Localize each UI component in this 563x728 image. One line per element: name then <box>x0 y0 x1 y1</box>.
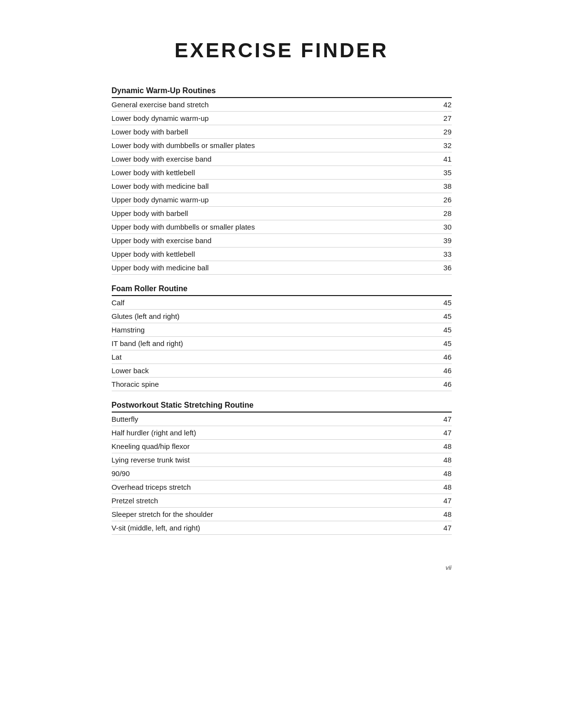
entry-page-number: 45 <box>432 339 452 347</box>
list-item: Sleeper stretch for the shoulder48 <box>112 508 452 521</box>
list-item: Lower body with barbell29 <box>112 125 452 139</box>
entry-page-number: 27 <box>432 114 452 122</box>
list-item: Lower body with dumbbells or smaller pla… <box>112 139 452 152</box>
entry-name: Lying reverse trunk twist <box>112 456 432 464</box>
entry-name: Lower body with dumbbells or smaller pla… <box>112 141 432 149</box>
entry-name: Lower body with kettlebell <box>112 168 432 177</box>
entry-page-number: 48 <box>432 510 452 518</box>
entry-name: Upper body with dumbbells or smaller pla… <box>112 223 432 231</box>
list-item: Upper body with exercise band39 <box>112 234 452 248</box>
list-item: Lower body with kettlebell35 <box>112 166 452 180</box>
list-item: 90/9048 <box>112 467 452 480</box>
list-item: Calf45 <box>112 296 452 310</box>
section-header-foam-roller: Foam Roller Routine <box>112 284 452 296</box>
entry-page-number: 45 <box>432 312 452 320</box>
list-item: Lower body with medicine ball38 <box>112 180 452 193</box>
entry-name: Upper body with medicine ball <box>112 264 432 272</box>
entry-name: Overhead triceps stretch <box>112 483 432 491</box>
entry-page-number: 35 <box>432 168 452 177</box>
entry-name: Calf <box>112 298 432 307</box>
list-item: Glutes (left and right)45 <box>112 310 452 323</box>
list-item: IT band (left and right)45 <box>112 337 452 350</box>
entry-page-number: 48 <box>432 469 452 478</box>
section-dynamic-warmup: Dynamic Warm-Up RoutinesGeneral exercise… <box>112 86 452 275</box>
entry-name: Upper body with exercise band <box>112 236 432 245</box>
list-item: Hamstring45 <box>112 323 452 337</box>
entry-page-number: 47 <box>432 496 452 505</box>
entry-name: Lower body with barbell <box>112 128 432 136</box>
entry-name: Lower body dynamic warm-up <box>112 114 432 122</box>
entry-page-number: 48 <box>432 456 452 464</box>
entry-page-number: 26 <box>432 196 452 204</box>
list-item: Half hurdler (right and left)47 <box>112 426 452 440</box>
entry-page-number: 47 <box>432 429 452 437</box>
entry-name: Lat <box>112 353 432 361</box>
list-item: Upper body with dumbbells or smaller pla… <box>112 220 452 234</box>
entry-name: Upper body with barbell <box>112 209 432 217</box>
entry-page-number: 29 <box>432 128 452 136</box>
entry-name: V-sit (middle, left, and right) <box>112 524 432 532</box>
section-postworkout-stretch: Postworkout Static Stretching RoutineBut… <box>112 401 452 535</box>
list-item: General exercise band stretch42 <box>112 98 452 112</box>
entry-page-number: 46 <box>432 366 452 375</box>
entry-name: Lower back <box>112 366 432 375</box>
list-item: Lower body dynamic warm-up27 <box>112 112 452 125</box>
entry-name: Pretzel stretch <box>112 496 432 505</box>
sections-container: Dynamic Warm-Up RoutinesGeneral exercise… <box>112 86 452 535</box>
list-item: Thoracic spine46 <box>112 378 452 391</box>
entry-page-number: 47 <box>432 524 452 532</box>
list-item: Butterfly47 <box>112 413 452 426</box>
list-item: Upper body with barbell28 <box>112 207 452 220</box>
entry-name: Upper body dynamic warm-up <box>112 196 432 204</box>
entry-page-number: 42 <box>432 100 452 109</box>
page-container: EXERCISE FINDER Dynamic Warm-Up Routines… <box>112 39 452 571</box>
entry-name: Butterfly <box>112 415 432 423</box>
entry-page-number: 48 <box>432 442 452 450</box>
entry-page-number: 46 <box>432 380 452 388</box>
entry-name: IT band (left and right) <box>112 339 432 347</box>
entry-page-number: 28 <box>432 209 452 217</box>
page-title: EXERCISE FINDER <box>112 39 452 62</box>
list-item: Lower body with exercise band41 <box>112 152 452 166</box>
section-foam-roller: Foam Roller RoutineCalf45Glutes (left an… <box>112 284 452 391</box>
section-header-postworkout-stretch: Postworkout Static Stretching Routine <box>112 401 452 413</box>
list-item: Lying reverse trunk twist48 <box>112 453 452 467</box>
entry-name: Thoracic spine <box>112 380 432 388</box>
list-item: Kneeling quad/hip flexor48 <box>112 440 452 453</box>
list-item: Overhead triceps stretch48 <box>112 480 452 494</box>
entry-page-number: 39 <box>432 236 452 245</box>
entry-page-number: 48 <box>432 483 452 491</box>
entry-name: Sleeper stretch for the shoulder <box>112 510 432 518</box>
list-item: Lower back46 <box>112 364 452 378</box>
entry-name: 90/90 <box>112 469 432 478</box>
list-item: Upper body with medicine ball36 <box>112 261 452 275</box>
entry-name: General exercise band stretch <box>112 100 432 109</box>
entry-name: Glutes (left and right) <box>112 312 432 320</box>
entry-page-number: 45 <box>432 326 452 334</box>
entry-page-number: 41 <box>432 155 452 163</box>
entry-page-number: 30 <box>432 223 452 231</box>
entry-name: Lower body with exercise band <box>112 155 432 163</box>
footer-page-number: vii <box>112 564 452 571</box>
list-item: Lat46 <box>112 350 452 364</box>
list-item: Pretzel stretch47 <box>112 494 452 508</box>
list-item: Upper body dynamic warm-up26 <box>112 193 452 207</box>
entry-name: Hamstring <box>112 326 432 334</box>
entry-name: Lower body with medicine ball <box>112 182 432 190</box>
entry-page-number: 38 <box>432 182 452 190</box>
entry-page-number: 32 <box>432 141 452 149</box>
entry-page-number: 47 <box>432 415 452 423</box>
list-item: Upper body with kettlebell33 <box>112 248 452 261</box>
entry-name: Half hurdler (right and left) <box>112 429 432 437</box>
entry-page-number: 36 <box>432 264 452 272</box>
entry-name: Kneeling quad/hip flexor <box>112 442 432 450</box>
list-item: V-sit (middle, left, and right)47 <box>112 521 452 535</box>
entry-name: Upper body with kettlebell <box>112 250 432 258</box>
entry-page-number: 46 <box>432 353 452 361</box>
entry-page-number: 45 <box>432 298 452 307</box>
entry-page-number: 33 <box>432 250 452 258</box>
section-header-dynamic-warmup: Dynamic Warm-Up Routines <box>112 86 452 98</box>
